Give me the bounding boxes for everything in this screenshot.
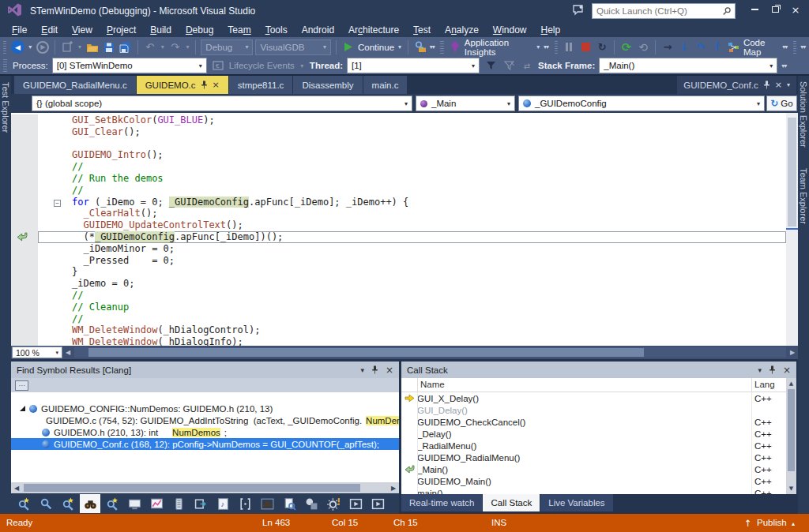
call-stack-rows[interactable]: GUI_X_Delay()C++GUI_Delay()GUIDEMO_Check…: [401, 392, 786, 494]
quick-launch-input[interactable]: [593, 6, 722, 16]
scrollbar-thumb[interactable]: [24, 484, 360, 492]
continue-label[interactable]: Continue: [358, 43, 394, 52]
redo-button[interactable]: ↷: [168, 39, 182, 56]
notes-icon[interactable]: ♪: [213, 494, 233, 513]
code-snippets-icon[interactable]: [235, 494, 255, 513]
zoom-combo[interactable]: 100 %▾: [12, 347, 62, 358]
revert-button[interactable]: ⟲: [636, 39, 650, 56]
memory-icon[interactable]: [168, 494, 189, 513]
code-line[interactable]: GUI_Clear();: [11, 126, 786, 138]
stack-frame-row[interactable]: _Main()C++: [401, 463, 786, 475]
find-in-files-icon[interactable]: [257, 494, 277, 513]
scroll-right-arrow[interactable]: ▶: [388, 485, 399, 492]
menu-help[interactable]: Help: [534, 23, 568, 37]
stack-frame-row[interactable]: GUIDEMO_Main()C++: [401, 475, 786, 487]
gutter[interactable]: [11, 208, 38, 219]
code-line[interactable]: }: [11, 266, 786, 278]
pin-icon[interactable]: [371, 365, 378, 374]
clear-results-icon[interactable]: ⋯: [15, 380, 28, 391]
menu-project[interactable]: Project: [100, 23, 143, 37]
gutter[interactable]: [11, 255, 38, 267]
gutter[interactable]: [11, 149, 38, 161]
menu-tools[interactable]: Tools: [258, 23, 295, 37]
menu-file[interactable]: File: [5, 23, 34, 37]
toolbar-grip[interactable]: [555, 41, 558, 54]
tab-team-explorer[interactable]: Team Explorer: [799, 168, 808, 224]
stack-frame-row[interactable]: GUIDEMO_CheckCancel()C++: [401, 416, 786, 428]
gutter[interactable]: [11, 302, 38, 313]
scrollbar-thumb[interactable]: [788, 118, 796, 227]
tab-test-explorer[interactable]: Test Explorer: [1, 82, 10, 133]
symbol-search-2-icon[interactable]: [58, 494, 78, 513]
gutter[interactable]: [11, 324, 38, 336]
scope-combo[interactable]: {} (global scope)▾: [32, 96, 412, 111]
code-line[interactable]: // Cleanup: [11, 302, 786, 313]
restart-button[interactable]: ↻: [595, 39, 609, 56]
pause-button[interactable]: [562, 39, 576, 56]
undo-button[interactable]: ↶: [143, 39, 157, 56]
result-row[interactable]: GUIDEMO_Conf.c (168, 12): pConfig->NumDe…: [11, 438, 399, 450]
gutter[interactable]: [11, 313, 38, 325]
stack-frame-row[interactable]: main()C++: [401, 487, 786, 494]
gear-alert-icon[interactable]: [323, 494, 344, 513]
call-stack-vertical-scrollbar[interactable]: ▲ ▼: [786, 378, 796, 494]
toolbar-overflow[interactable]: ▾▾: [800, 43, 807, 51]
toolbar-grip[interactable]: [793, 41, 796, 54]
step-out-button[interactable]: ↑: [710, 39, 724, 56]
gutter[interactable]: [11, 219, 38, 231]
shapes-icon[interactable]: [301, 494, 322, 513]
gutter[interactable]: [11, 126, 38, 138]
menu-analyze[interactable]: Analyze: [438, 23, 486, 37]
restore-button[interactable]: [765, 2, 785, 17]
find-symbol-results-icon[interactable]: [80, 494, 100, 513]
close-icon[interactable]: ×: [213, 80, 220, 90]
flag-threads-icon[interactable]: [502, 57, 516, 74]
step-into-button[interactable]: ↓: [677, 39, 691, 56]
gutter[interactable]: [11, 278, 38, 290]
doc-tab-guidemo-radialmenu-c[interactable]: GUIDEMO_RadialMenu.c: [14, 76, 136, 94]
window-menu-icon[interactable]: ▾: [360, 366, 364, 374]
toolbar-overflow[interactable]: ▾▾: [782, 43, 789, 51]
toolbar-overflow[interactable]: ▾▾: [781, 62, 789, 69]
go-button[interactable]: ↻ Go: [766, 96, 797, 111]
code-line[interactable]: _iDemo = 0;: [11, 278, 786, 290]
close-icon[interactable]: ×: [783, 365, 791, 376]
scroll-right-arrow[interactable]: ▶: [787, 349, 798, 356]
lifecycle-events-icon[interactable]: €: [211, 57, 225, 74]
code-line[interactable]: (*_GUIDemoConfig.apFunc[_iDemo])();: [11, 231, 786, 243]
code-line[interactable]: −for (_iDemo = 0; _GUIDemoConfig.apFunc[…: [11, 197, 786, 208]
code-map-icon[interactable]: [727, 39, 741, 56]
stack-frame-row[interactable]: _RadialMenu()C++: [401, 440, 786, 451]
show-next-statement-button[interactable]: →: [660, 39, 675, 56]
continue-button[interactable]: [341, 39, 356, 56]
gdb-profile-combo[interactable]: VisualGDB▾: [255, 39, 331, 55]
column-name[interactable]: Name: [420, 380, 445, 389]
symbol-search-icon[interactable]: [13, 494, 34, 513]
column-lang[interactable]: Lang: [754, 380, 775, 389]
publish-button[interactable]: Publish: [757, 518, 787, 527]
stack-frame-row[interactable]: _Delay()C++: [401, 428, 786, 440]
application-insights-dropdown[interactable]: ▾: [535, 43, 541, 51]
publish-expand-icon[interactable]: ▴: [792, 520, 795, 527]
scroll-up-arrow[interactable]: ▲: [786, 378, 796, 387]
code-line[interactable]: //: [11, 290, 786, 302]
result-row[interactable]: GUIDEMO.h (210, 13): int NumDemos;: [11, 426, 399, 438]
minimize-button[interactable]: [744, 2, 765, 17]
close-button[interactable]: ×: [785, 2, 806, 17]
menu-architecture[interactable]: Architecture: [341, 23, 406, 37]
toolbar-grip[interactable]: [440, 41, 443, 54]
gutter[interactable]: [11, 114, 38, 126]
code-line[interactable]: _ClearHalt();: [11, 208, 786, 219]
publish-up-icon[interactable]: ↑: [744, 518, 752, 529]
pin-icon[interactable]: [763, 81, 770, 89]
application-insights-label[interactable]: Application Insights: [465, 38, 532, 57]
code-line[interactable]: GUIDEMO_Intro();: [11, 149, 786, 161]
results-horizontal-scrollbar[interactable]: ◀ ▶: [11, 482, 399, 493]
suspend-threads-icon[interactable]: ⇄: [520, 57, 534, 74]
gutter[interactable]: [11, 290, 38, 302]
undo-dropdown[interactable]: ▾: [160, 43, 166, 51]
save-all-button[interactable]: [119, 39, 133, 56]
menu-debug[interactable]: Debug: [179, 23, 220, 37]
code-line[interactable]: _Pressed = 0;: [11, 255, 786, 267]
code-line[interactable]: GUI_SetBkColor(GUI_BLUE);: [11, 114, 786, 126]
